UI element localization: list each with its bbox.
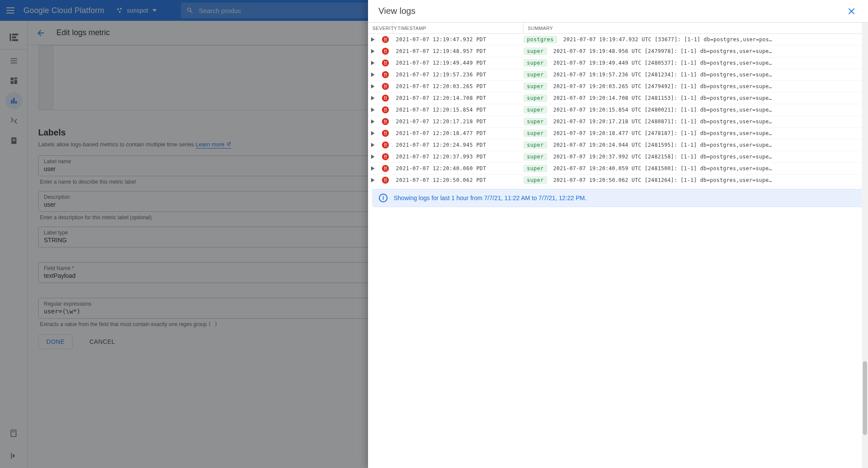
summary-cell: super2021-07-07 19:20:37.992 UTC [248215… — [523, 153, 868, 161]
log-text: 2021-07-07 19:19:49.449 UTC [2480537]: [… — [553, 60, 772, 66]
log-row[interactable]: !!2021-07-07 12:19:57.236 PDTsuper2021-0… — [368, 69, 868, 81]
error-severity-icon: !! — [382, 106, 389, 113]
summary-cell: super2021-07-07 19:20:18.477 UTC [247818… — [523, 129, 868, 137]
severity-cell: !! — [378, 118, 393, 125]
log-table-header: SEVERITY TIMESTAMP SUMMARY — [368, 23, 868, 34]
log-row[interactable]: !!2021-07-07 12:20:50.062 PDTsuper2021-0… — [368, 175, 868, 186]
label-chip: super — [523, 165, 547, 172]
timestamp-cell: 2021-07-07 12:19:47.932 PDT — [393, 36, 523, 43]
log-text: 2021-07-07 19:20:03.265 UTC [2479492]: [… — [553, 83, 772, 89]
error-severity-icon: !! — [382, 165, 389, 172]
log-text: 2021-07-07 19:19:47.932 UTC [33677]: [1-… — [563, 36, 773, 43]
log-row[interactable]: !!2021-07-07 12:20:03.265 PDTsuper2021-0… — [368, 81, 868, 92]
timestamp-cell: 2021-07-07 12:20:14.708 PDT — [393, 95, 523, 101]
summary-cell: super2021-07-07 19:20:14.708 UTC [248115… — [523, 94, 868, 102]
severity-cell: !! — [378, 142, 393, 148]
timestamp-cell: 2021-07-07 12:20:03.265 PDT — [393, 83, 523, 89]
log-text: 2021-07-07 19:20:50.062 UTC [2481264]: [… — [553, 177, 772, 183]
log-text: 2021-07-07 19:20:37.992 UTC [2482158]: [… — [553, 154, 772, 160]
log-row[interactable]: !!2021-07-07 12:20:15.854 PDTsuper2021-0… — [368, 104, 868, 116]
log-text: 2021-07-07 19:20:17.218 UTC [2480871]: [… — [553, 119, 772, 125]
expand-toggle[interactable] — [368, 96, 378, 100]
log-text: 2021-07-07 19:19:57.236 UTC [2481234]: [… — [553, 72, 772, 78]
error-severity-icon: !! — [382, 118, 389, 125]
expand-toggle[interactable] — [368, 61, 378, 65]
log-row[interactable]: !!2021-07-07 12:20:40.060 PDTsuper2021-0… — [368, 163, 868, 175]
timestamp-cell: 2021-07-07 12:20:40.060 PDT — [393, 165, 523, 171]
log-row[interactable]: !!2021-07-07 12:19:47.932 PDTpostgres202… — [368, 34, 868, 46]
drawer-scroll-thumb[interactable] — [863, 361, 867, 435]
expand-toggle[interactable] — [368, 143, 378, 147]
close-button[interactable] — [844, 3, 859, 19]
chevron-right-icon — [371, 119, 375, 124]
chevron-right-icon — [371, 166, 375, 171]
col-timestamp: TIMESTAMP — [393, 23, 523, 33]
severity-cell: !! — [378, 165, 393, 172]
expand-toggle[interactable] — [368, 166, 378, 171]
expand-toggle[interactable] — [368, 73, 378, 77]
error-severity-icon: !! — [382, 36, 389, 43]
label-chip: super — [523, 129, 547, 137]
expand-toggle[interactable] — [368, 178, 378, 182]
chevron-right-icon — [371, 49, 375, 53]
expand-toggle[interactable] — [368, 131, 378, 135]
chevron-right-icon — [371, 61, 375, 65]
log-row[interactable]: !!2021-07-07 12:19:49.449 PDTsuper2021-0… — [368, 57, 868, 69]
label-chip: super — [523, 82, 547, 90]
chevron-right-icon — [371, 84, 375, 89]
log-row[interactable]: !!2021-07-07 12:19:48.957 PDTsuper2021-0… — [368, 46, 868, 57]
expand-toggle[interactable] — [368, 119, 378, 124]
log-row[interactable]: !!2021-07-07 12:20:37.993 PDTsuper2021-0… — [368, 151, 868, 163]
chevron-right-icon — [371, 96, 375, 100]
error-severity-icon: !! — [382, 142, 389, 148]
severity-cell: !! — [378, 153, 393, 160]
summary-cell: super2021-07-07 19:20:15.854 UTC [248002… — [523, 106, 868, 114]
severity-cell: !! — [378, 177, 393, 184]
expand-toggle[interactable] — [368, 49, 378, 53]
log-rows-container: !!2021-07-07 12:19:47.932 PDTpostgres202… — [368, 34, 868, 186]
logs-drawer: View logs SEVERITY TIMESTAMP SUMMARY !!2… — [368, 0, 868, 468]
severity-cell: !! — [378, 48, 393, 55]
info-bar: i Showing logs for last 1 hour from 7/7/… — [372, 189, 864, 207]
error-severity-icon: !! — [382, 130, 389, 137]
timestamp-cell: 2021-07-07 12:19:57.236 PDT — [393, 72, 523, 78]
log-text: 2021-07-07 19:19:48.956 UTC [2479978]: [… — [553, 48, 772, 54]
log-row[interactable]: !!2021-07-07 12:20:24.945 PDTsuper2021-0… — [368, 139, 868, 151]
label-chip: super — [523, 141, 547, 149]
timestamp-cell: 2021-07-07 12:20:18.477 PDT — [393, 130, 523, 136]
chevron-right-icon — [371, 108, 375, 112]
log-row[interactable]: !!2021-07-07 12:20:17.218 PDTsuper2021-0… — [368, 116, 868, 128]
error-severity-icon: !! — [382, 95, 389, 102]
expand-toggle[interactable] — [368, 108, 378, 112]
severity-cell: !! — [378, 71, 393, 78]
expand-toggle[interactable] — [368, 84, 378, 89]
summary-cell: super2021-07-07 19:20:17.218 UTC [248087… — [523, 118, 868, 125]
error-severity-icon: !! — [382, 59, 389, 66]
timestamp-cell: 2021-07-07 12:20:37.993 PDT — [393, 154, 523, 160]
log-text: 2021-07-07 19:20:40.059 UTC [2481500]: [… — [553, 165, 772, 171]
close-icon — [847, 7, 856, 16]
log-row[interactable]: !!2021-07-07 12:20:14.708 PDTsuper2021-0… — [368, 92, 868, 104]
chevron-right-icon — [371, 131, 375, 135]
chevron-right-icon — [371, 178, 375, 182]
expand-toggle[interactable] — [368, 155, 378, 159]
chevron-right-icon — [371, 143, 375, 147]
drawer-header: View logs — [368, 0, 868, 23]
error-severity-icon: !! — [382, 177, 389, 184]
label-chip: super — [523, 47, 547, 55]
severity-cell: !! — [378, 59, 393, 66]
log-row[interactable]: !!2021-07-07 12:20:18.477 PDTsuper2021-0… — [368, 128, 868, 139]
summary-cell: postgres2021-07-07 19:19:47.932 UTC [336… — [523, 36, 868, 43]
log-text: 2021-07-07 19:20:15.854 UTC [2480021]: [… — [553, 107, 772, 113]
summary-cell: super2021-07-07 19:20:03.265 UTC [247949… — [523, 82, 868, 90]
drawer-scrollbar[interactable] — [862, 23, 868, 468]
col-severity: SEVERITY — [368, 23, 393, 33]
severity-cell: !! — [378, 83, 393, 90]
log-text: 2021-07-07 19:20:18.477 UTC [2478187]: [… — [553, 130, 772, 136]
log-text: 2021-07-07 19:20:24.944 UTC [2481595]: [… — [553, 142, 772, 148]
timestamp-cell: 2021-07-07 12:19:48.957 PDT — [393, 48, 523, 54]
drawer-title: View logs — [378, 6, 415, 16]
summary-cell: super2021-07-07 19:19:49.449 UTC [248053… — [523, 59, 868, 67]
expand-toggle[interactable] — [368, 37, 378, 42]
label-chip: super — [523, 118, 547, 125]
